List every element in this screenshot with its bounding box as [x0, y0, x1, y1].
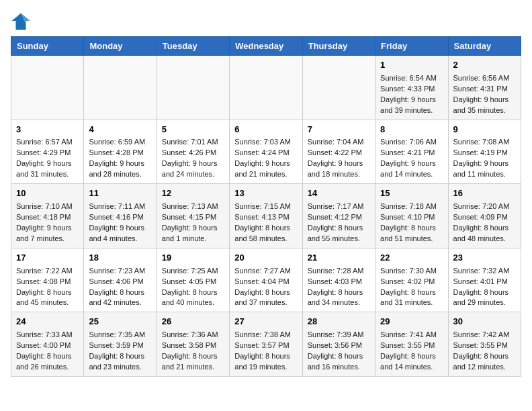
day-info: Sunrise: 7:17 AMSunset: 4:12 PMDaylight:… — [308, 201, 370, 244]
day-number: 27 — [234, 316, 297, 328]
day-number: 19 — [162, 252, 224, 265]
day-info: Sunrise: 6:54 AMSunset: 4:33 PMDaylight:… — [380, 73, 443, 116]
day-cell: 21Sunrise: 7:28 AMSunset: 4:03 PMDayligh… — [302, 248, 375, 312]
day-info: Sunrise: 7:03 AMSunset: 4:24 PMDaylight:… — [234, 137, 297, 180]
day-number: 23 — [453, 252, 516, 265]
svg-marker-0 — [12, 13, 30, 30]
day-number: 15 — [380, 187, 443, 200]
day-cell: 2Sunrise: 6:56 AMSunset: 4:31 PMDaylight… — [448, 56, 521, 120]
day-cell: 3Sunrise: 6:57 AMSunset: 4:29 PMDaylight… — [11, 120, 84, 184]
day-cell — [230, 56, 302, 120]
day-cell: 25Sunrise: 7:35 AMSunset: 3:59 PMDayligh… — [84, 312, 157, 377]
day-number: 22 — [380, 252, 443, 265]
day-cell — [302, 56, 375, 120]
day-cell: 16Sunrise: 7:20 AMSunset: 4:09 PMDayligh… — [448, 184, 521, 248]
week-row-5: 24Sunrise: 7:33 AMSunset: 4:00 PMDayligh… — [11, 312, 521, 377]
day-cell: 17Sunrise: 7:22 AMSunset: 4:08 PMDayligh… — [11, 248, 84, 312]
week-row-2: 3Sunrise: 6:57 AMSunset: 4:29 PMDaylight… — [11, 120, 521, 184]
day-info: Sunrise: 7:01 AMSunset: 4:26 PMDaylight:… — [162, 137, 224, 180]
day-cell: 30Sunrise: 7:42 AMSunset: 3:55 PMDayligh… — [448, 312, 521, 377]
day-number: 10 — [16, 187, 79, 200]
day-header-tuesday: Tuesday — [157, 37, 229, 56]
day-cell: 26Sunrise: 7:36 AMSunset: 3:58 PMDayligh… — [157, 312, 229, 377]
day-cell: 13Sunrise: 7:15 AMSunset: 4:13 PMDayligh… — [230, 184, 302, 248]
day-header-thursday: Thursday — [302, 37, 375, 56]
day-info: Sunrise: 7:10 AMSunset: 4:18 PMDaylight:… — [16, 201, 79, 244]
day-cell: 29Sunrise: 7:41 AMSunset: 3:55 PMDayligh… — [375, 312, 448, 377]
day-cell: 12Sunrise: 7:13 AMSunset: 4:15 PMDayligh… — [157, 184, 229, 248]
day-cell: 9Sunrise: 7:08 AMSunset: 4:19 PMDaylight… — [448, 120, 521, 184]
calendar-table: SundayMondayTuesdayWednesdayThursdayFrid… — [11, 36, 521, 377]
day-number: 14 — [308, 187, 370, 200]
day-cell: 24Sunrise: 7:33 AMSunset: 4:00 PMDayligh… — [11, 312, 84, 377]
day-number: 7 — [308, 124, 370, 136]
page-header — [11, 11, 521, 31]
day-info: Sunrise: 7:15 AMSunset: 4:13 PMDaylight:… — [234, 201, 297, 244]
day-number: 25 — [89, 316, 151, 328]
day-info: Sunrise: 6:57 AMSunset: 4:29 PMDaylight:… — [16, 137, 79, 180]
day-info: Sunrise: 7:36 AMSunset: 3:58 PMDaylight:… — [162, 330, 224, 373]
day-number: 21 — [308, 252, 370, 265]
day-info: Sunrise: 7:04 AMSunset: 4:22 PMDaylight:… — [308, 137, 370, 180]
day-number: 9 — [453, 124, 516, 136]
day-number: 5 — [162, 124, 224, 136]
day-cell: 1Sunrise: 6:54 AMSunset: 4:33 PMDaylight… — [375, 56, 448, 120]
logo-icon — [11, 11, 31, 31]
day-number: 1 — [380, 59, 443, 72]
day-cell: 7Sunrise: 7:04 AMSunset: 4:22 PMDaylight… — [302, 120, 375, 184]
day-cell: 10Sunrise: 7:10 AMSunset: 4:18 PMDayligh… — [11, 184, 84, 248]
day-number: 6 — [234, 124, 297, 136]
day-info: Sunrise: 7:13 AMSunset: 4:15 PMDaylight:… — [162, 201, 224, 244]
day-cell — [84, 56, 157, 120]
day-number: 16 — [453, 187, 516, 200]
week-row-1: 1Sunrise: 6:54 AMSunset: 4:33 PMDaylight… — [11, 56, 521, 120]
week-row-4: 17Sunrise: 7:22 AMSunset: 4:08 PMDayligh… — [11, 248, 521, 312]
day-number: 20 — [234, 252, 297, 265]
day-info: Sunrise: 6:56 AMSunset: 4:31 PMDaylight:… — [453, 73, 516, 116]
day-number: 30 — [453, 316, 516, 328]
day-header-wednesday: Wednesday — [230, 37, 302, 56]
header-row: SundayMondayTuesdayWednesdayThursdayFrid… — [11, 37, 521, 56]
day-number: 11 — [89, 187, 151, 200]
day-cell: 8Sunrise: 7:06 AMSunset: 4:21 PMDaylight… — [375, 120, 448, 184]
day-cell: 22Sunrise: 7:30 AMSunset: 4:02 PMDayligh… — [375, 248, 448, 312]
day-header-saturday: Saturday — [448, 37, 521, 56]
day-info: Sunrise: 7:08 AMSunset: 4:19 PMDaylight:… — [453, 137, 516, 180]
day-header-monday: Monday — [84, 37, 157, 56]
day-cell: 4Sunrise: 6:59 AMSunset: 4:28 PMDaylight… — [84, 120, 157, 184]
day-cell — [11, 56, 84, 120]
day-number: 13 — [234, 187, 297, 200]
day-cell — [157, 56, 229, 120]
day-info: Sunrise: 7:42 AMSunset: 3:55 PMDaylight:… — [453, 330, 516, 373]
day-info: Sunrise: 6:59 AMSunset: 4:28 PMDaylight:… — [89, 137, 151, 180]
day-info: Sunrise: 7:30 AMSunset: 4:02 PMDaylight:… — [380, 266, 443, 309]
day-cell: 5Sunrise: 7:01 AMSunset: 4:26 PMDaylight… — [157, 120, 229, 184]
day-number: 24 — [16, 316, 79, 328]
day-cell: 19Sunrise: 7:25 AMSunset: 4:05 PMDayligh… — [157, 248, 229, 312]
day-cell: 28Sunrise: 7:39 AMSunset: 3:56 PMDayligh… — [302, 312, 375, 377]
day-info: Sunrise: 7:25 AMSunset: 4:05 PMDaylight:… — [162, 266, 224, 309]
week-row-3: 10Sunrise: 7:10 AMSunset: 4:18 PMDayligh… — [11, 184, 521, 248]
day-number: 4 — [89, 124, 151, 136]
day-info: Sunrise: 7:20 AMSunset: 4:09 PMDaylight:… — [453, 201, 516, 244]
day-number: 17 — [16, 252, 79, 265]
day-cell: 15Sunrise: 7:18 AMSunset: 4:10 PMDayligh… — [375, 184, 448, 248]
day-number: 12 — [162, 187, 224, 200]
day-number: 8 — [380, 124, 443, 136]
day-info: Sunrise: 7:32 AMSunset: 4:01 PMDaylight:… — [453, 266, 516, 309]
day-info: Sunrise: 7:39 AMSunset: 3:56 PMDaylight:… — [308, 330, 370, 373]
day-cell: 6Sunrise: 7:03 AMSunset: 4:24 PMDaylight… — [230, 120, 302, 184]
day-number: 3 — [16, 124, 79, 136]
day-info: Sunrise: 7:38 AMSunset: 3:57 PMDaylight:… — [234, 330, 297, 373]
day-info: Sunrise: 7:35 AMSunset: 3:59 PMDaylight:… — [89, 330, 151, 373]
day-header-friday: Friday — [375, 37, 448, 56]
day-info: Sunrise: 7:11 AMSunset: 4:16 PMDaylight:… — [89, 201, 151, 244]
day-number: 29 — [380, 316, 443, 328]
day-info: Sunrise: 7:41 AMSunset: 3:55 PMDaylight:… — [380, 330, 443, 373]
day-info: Sunrise: 7:06 AMSunset: 4:21 PMDaylight:… — [380, 137, 443, 180]
logo — [11, 11, 34, 31]
day-cell: 23Sunrise: 7:32 AMSunset: 4:01 PMDayligh… — [448, 248, 521, 312]
day-info: Sunrise: 7:33 AMSunset: 4:00 PMDaylight:… — [16, 330, 79, 373]
day-number: 26 — [162, 316, 224, 328]
day-cell: 18Sunrise: 7:23 AMSunset: 4:06 PMDayligh… — [84, 248, 157, 312]
